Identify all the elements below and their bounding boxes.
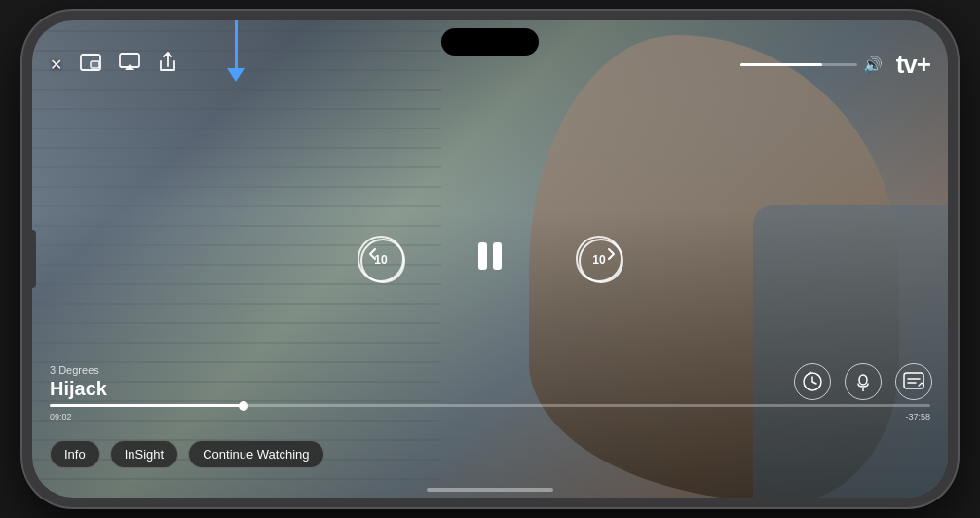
airplay-arrow-indicator — [227, 20, 245, 82]
close-button[interactable]: ✕ — [50, 56, 62, 74]
bottom-pill-buttons: Info InSight Continue Watching — [50, 440, 324, 468]
pip-button[interactable] — [80, 54, 101, 76]
svg-point-8 — [859, 375, 867, 385]
tvplus-text: tv+ — [896, 50, 930, 80]
show-subtitle: 3 Degrees — [50, 364, 107, 376]
info-pill-button[interactable]: Info — [50, 440, 100, 468]
rewind-button[interactable]: 10 — [358, 236, 404, 282]
progress-track[interactable] — [50, 404, 930, 407]
phone-frame: ✕ — [22, 11, 958, 507]
show-title: Hijack — [50, 378, 107, 400]
remaining-time: -37:58 — [905, 412, 930, 422]
forward-button[interactable]: 10 — [576, 236, 622, 282]
arrow-shaft — [235, 20, 238, 69]
audio-button[interactable] — [845, 363, 882, 400]
top-right-controls: 🔊 tv+ — [740, 50, 930, 80]
appletv-logo: tv+ — [894, 50, 930, 80]
airplay-button[interactable] — [119, 53, 140, 77]
subtitles-button[interactable] — [895, 363, 932, 400]
time-row: 09:02 -37:58 — [50, 412, 930, 422]
continue-watching-pill-button[interactable]: Continue Watching — [188, 440, 323, 468]
speed-button[interactable] — [794, 363, 831, 400]
volume-icon: 🔊 — [863, 56, 883, 74]
volume-slider[interactable] — [740, 63, 857, 66]
pause-button[interactable] — [472, 239, 508, 280]
volume-control[interactable]: 🔊 — [740, 56, 883, 74]
top-left-controls: ✕ — [50, 52, 177, 78]
progress-bar-row: 09:02 -37:58 — [50, 404, 930, 422]
right-side-controls — [794, 363, 932, 400]
svg-rect-5 — [493, 242, 502, 270]
progress-thumb[interactable] — [239, 401, 248, 411]
svg-rect-10 — [904, 373, 923, 388]
playback-controls: 10 10 — [358, 236, 622, 282]
show-info: 3 Degrees Hijack — [50, 364, 107, 400]
home-indicator — [427, 488, 553, 492]
svg-point-3 — [361, 240, 404, 282]
camera-bump — [28, 230, 36, 288]
svg-point-6 — [580, 240, 622, 282]
volume-fill — [740, 63, 822, 66]
insight-pill-button[interactable]: InSight — [110, 440, 178, 468]
dynamic-island — [441, 28, 539, 56]
current-time: 09:02 — [50, 412, 72, 422]
progress-fill — [50, 404, 244, 407]
share-button[interactable] — [158, 52, 177, 78]
svg-rect-1 — [91, 61, 99, 68]
svg-rect-4 — [478, 242, 487, 270]
arrow-head — [227, 68, 245, 82]
